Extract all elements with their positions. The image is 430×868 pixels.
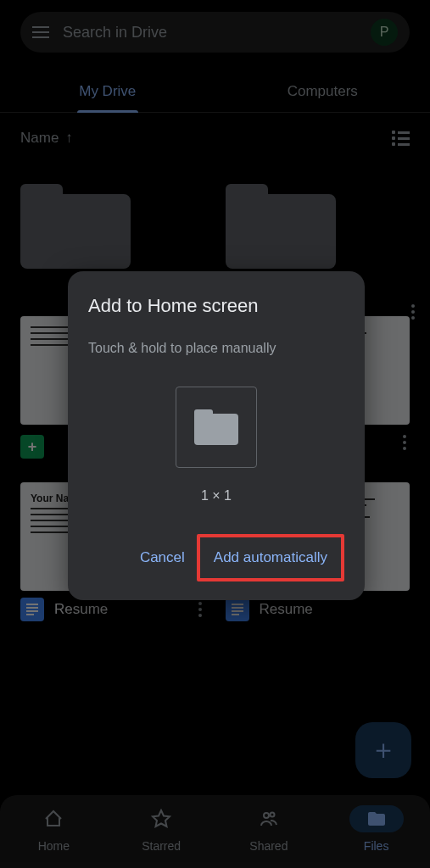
sort-button[interactable]: Name ↑ (20, 130, 73, 147)
search-bar[interactable]: Search in Drive P (20, 12, 410, 53)
nav-files[interactable]: Files (322, 805, 430, 868)
tabs: My Drive Computers (0, 71, 430, 113)
sheets-icon: + (20, 435, 44, 459)
fab-add-button[interactable]: ＋ (355, 722, 411, 778)
list-header: Name ↑ (0, 113, 430, 164)
highlight-annotation: Add automatically (197, 534, 344, 581)
nav-label: Files (364, 839, 389, 853)
nav-starred[interactable]: Starred (108, 805, 215, 868)
nav-label: Starred (142, 839, 181, 853)
arrow-up-icon: ↑ (65, 130, 73, 147)
folder-icon (226, 184, 336, 269)
folder-icon (366, 809, 387, 829)
more-icon[interactable] (408, 301, 418, 323)
star-icon (151, 809, 171, 829)
folder-item[interactable] (226, 184, 410, 269)
bottom-nav: Home Starred Shared Files (0, 795, 430, 868)
folder-icon (194, 409, 238, 445)
dialog-title: Add to Home screen (88, 295, 344, 317)
folder-item[interactable] (20, 184, 205, 269)
nav-shared[interactable]: Shared (215, 805, 323, 868)
nav-label: Shared (249, 839, 288, 853)
search-placeholder: Search in Drive (63, 24, 371, 42)
avatar[interactable]: P (371, 19, 398, 46)
svg-point-2 (270, 813, 274, 817)
dialog-subtitle: Touch & hold to place manually (88, 341, 344, 356)
tab-computers[interactable]: Computers (215, 71, 431, 112)
svg-marker-0 (153, 810, 170, 826)
sort-label: Name (20, 130, 59, 147)
people-icon (259, 809, 279, 829)
docs-icon (226, 598, 249, 621)
home-icon (43, 809, 64, 829)
widget-preview[interactable]: 1 × 1 (88, 387, 344, 504)
plus-icon: ＋ (370, 732, 397, 769)
more-icon[interactable] (399, 431, 410, 453)
folder-icon (20, 184, 131, 269)
cancel-button[interactable]: Cancel (128, 541, 197, 575)
view-toggle-icon[interactable] (392, 131, 410, 146)
svg-point-1 (264, 813, 269, 818)
add-automatically-button[interactable]: Add automatically (202, 541, 339, 575)
widget-size-label: 1 × 1 (201, 488, 232, 504)
tab-my-drive[interactable]: My Drive (0, 71, 215, 112)
file-name: Resume (54, 601, 108, 618)
add-to-home-dialog: Add to Home screen Touch & hold to place… (68, 271, 365, 600)
docs-icon (20, 598, 44, 621)
dialog-actions: Cancel Add automatically (88, 534, 344, 581)
widget-box (176, 387, 257, 468)
nav-home[interactable]: Home (0, 805, 108, 868)
menu-icon[interactable] (32, 26, 49, 38)
more-icon[interactable] (195, 598, 205, 620)
file-name: Resume (260, 601, 313, 618)
nav-label: Home (38, 839, 70, 853)
